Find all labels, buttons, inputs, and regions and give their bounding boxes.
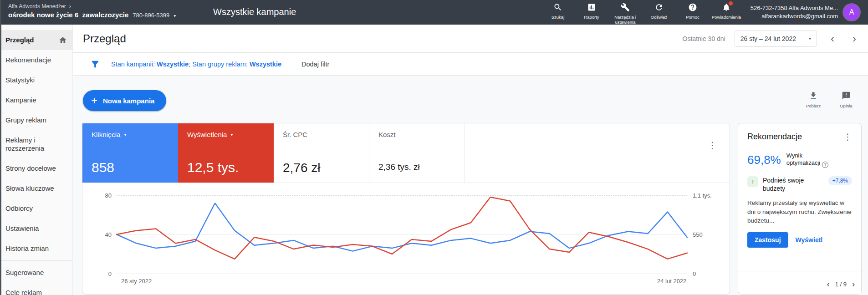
- sidebar-item-kampanie[interactable]: Kampanie: [0, 90, 72, 110]
- search-button[interactable]: Szukaj: [541, 3, 575, 25]
- breadcrumb-chevron-icon: ›: [69, 3, 71, 10]
- pagination-next-button[interactable]: ›: [852, 280, 855, 288]
- avatar[interactable]: A: [843, 4, 860, 20]
- sidebar-item-label: Statystyki: [5, 76, 35, 84]
- date-range-caret-icon: ▾: [809, 36, 811, 41]
- tools-settings-button[interactable]: Narzędzia i ustawienia: [608, 3, 642, 25]
- filter-value-2: Wszystkie: [250, 61, 281, 68]
- page-header: Przegląd Ostatnie 30 dni 26 sty – 24 lut…: [73, 25, 868, 53]
- plus-icon: +: [91, 95, 97, 106]
- metric-tab-sr-cpc[interactable]: Śr. CPC 2,76 zł: [274, 123, 369, 183]
- sidebar-item-label: Odbiorcy: [5, 204, 33, 213]
- gridline-baseline: [117, 274, 687, 274]
- sidebar-item-ustawienia[interactable]: Ustawienia: [0, 219, 72, 239]
- feedback-label: Opinia: [840, 103, 852, 108]
- recommendations-card: Rekomendacje ⋮ 69,8% Wynik optymalizacji…: [738, 123, 862, 295]
- search-label: Szukaj: [551, 15, 565, 20]
- metric-label: Wyświetlenia: [187, 131, 227, 138]
- download-icon: [809, 91, 818, 102]
- metric-value: 12,5 tys.: [187, 160, 265, 175]
- metric-tab-koszt[interactable]: Koszt 2,36 tys. zł: [369, 123, 465, 183]
- recommendation-item-title: Podnieś swoje budżety: [763, 176, 824, 193]
- view-button[interactable]: Wyświetl: [796, 236, 823, 244]
- account-name[interactable]: ośrodek nowe życie 6_zawalczozycie: [8, 11, 128, 19]
- filter-icon[interactable]: [90, 59, 100, 69]
- performance-card: Kliknięcia▾ 858 Wyświetlenia▾ 12,5 tys. …: [82, 123, 730, 295]
- pagination-prev-button[interactable]: ‹: [827, 280, 830, 288]
- date-prev-button[interactable]: ‹: [826, 33, 839, 44]
- user-account-info[interactable]: 526-732-7358 Alfa Adwords Me... alfarank…: [728, 4, 838, 20]
- topbar-actions: Szukaj Raporty Narzędzia i ustawienia Od…: [541, 3, 743, 25]
- date-next-button[interactable]: ›: [848, 33, 861, 44]
- sidebar-item-strony-docelowe[interactable]: Strony docelowe: [0, 158, 72, 178]
- sidebar-item-label: Grupy reklam: [5, 116, 46, 124]
- download-button[interactable]: Pobierz: [806, 91, 821, 108]
- sidebar-item-slowa-kluczowe[interactable]: Słowa kluczowe: [0, 178, 72, 198]
- filter-bar: Stan kampanii: Wszystkie; Stan grupy rek…: [73, 53, 868, 76]
- new-campaign-button[interactable]: + Nowa kampania: [83, 90, 166, 111]
- metric-tab-kliknięcia[interactable]: Kliknięcia▾ 858: [82, 123, 178, 183]
- sidebar-item-label: Przegląd: [5, 36, 34, 44]
- add-filter-button[interactable]: Dodaj filtr: [301, 61, 329, 68]
- performance-chart: 80 40 0 1,1 tys. 550 0 26 sty 2022 24 lu…: [82, 183, 730, 294]
- sidebar-section-sugerowane[interactable]: Sugerowane: [0, 263, 72, 283]
- info-icon[interactable]: ?: [822, 162, 828, 168]
- sidebar-item-reklamy-i-rozszerzenia[interactable]: Reklamy i rozszerzenia: [0, 130, 72, 158]
- score-label-line2: optymalizacji: [786, 159, 820, 166]
- sidebar-item-label: Ustawienia: [5, 224, 39, 233]
- sidebar-item-label: Cele reklam: [5, 289, 42, 295]
- chart-card-menu-button[interactable]: ⋮: [708, 140, 717, 151]
- recommendations-pagination: ‹ 1 / 9 ›: [827, 280, 855, 288]
- metric-value: 2,76 zł: [283, 161, 360, 175]
- optimization-score: 69,8% Wynik optymalizacji?: [747, 152, 852, 168]
- account-caret-icon: ▾: [174, 13, 176, 18]
- refresh-button[interactable]: Odśwież: [642, 3, 676, 25]
- sidebar-item-przeglad[interactable]: Przegląd: [0, 30, 72, 50]
- sidebar-item-historia-zmian[interactable]: Historia zmian: [0, 239, 72, 259]
- sidebar-item-cele-reklam[interactable]: Cele reklam: [0, 283, 72, 295]
- main-area: Przegląd Ostatnie 30 dni 26 sty – 24 lut…: [73, 25, 868, 295]
- pagination-indicator: 1 / 9: [835, 281, 847, 288]
- sidebar-item-label: Historia zmian: [5, 244, 49, 253]
- filter-label-2: Stan grupy reklam:: [192, 61, 250, 68]
- apply-button[interactable]: Zastosuj: [747, 232, 788, 248]
- sidebar-item-label: Rekomendacje: [5, 56, 51, 64]
- metric-value: 2,36 tys. zł: [378, 162, 455, 175]
- recommendations-title: Rekomendacje: [747, 132, 802, 142]
- reports-button[interactable]: Raporty: [575, 3, 608, 25]
- account-switcher[interactable]: Alfa Adwords Menedżer › ośrodek nowe życ…: [8, 3, 176, 19]
- sidebar-item-statystyki[interactable]: Statystyki: [0, 70, 72, 90]
- metric-tab-wyswietlenia[interactable]: Wyświetlenia▾ 12,5 tys.: [178, 123, 274, 183]
- overview-content: + Nowa kampania Pobierz Opinia Kliknięci…: [73, 76, 868, 295]
- caret-down-icon: ▾: [124, 132, 126, 137]
- breadcrumb-root[interactable]: Alfa Adwords Menedżer: [8, 3, 66, 10]
- user-account-email: alfarankadwords@gmail.com: [728, 12, 838, 20]
- optimization-score-value: 69,8%: [747, 153, 781, 167]
- account-id: 780-896-5399: [133, 12, 169, 19]
- metric-label: Kliknięcia: [92, 131, 120, 138]
- help-label: Pomoc: [686, 15, 700, 20]
- active-filters[interactable]: Stan kampanii: Wszystkie; Stan grupy rek…: [111, 61, 281, 68]
- recommendations-menu-button[interactable]: ⋮: [843, 132, 852, 142]
- score-label-line1: Wynik: [786, 152, 802, 159]
- recommendation-description: Reklamy przestały się wyświetlać w dni o…: [747, 198, 852, 225]
- help-button[interactable]: Pomoc: [676, 3, 710, 25]
- sidebar-item-rekomendacje[interactable]: Rekomendacje: [0, 50, 72, 70]
- sidebar-item-grupy-reklam[interactable]: Grupy reklam: [0, 110, 72, 130]
- help-icon: [688, 3, 697, 14]
- tools-settings-label: Narzędzia i ustawienia: [608, 15, 642, 25]
- date-range-picker[interactable]: 26 sty – 24 lut 2022 ▾: [735, 31, 817, 47]
- download-label: Pobierz: [806, 103, 821, 108]
- topbar: Alfa Adwords Menedżer › ośrodek nowe życ…: [0, 0, 868, 25]
- raise-budgets-icon: ↑: [747, 176, 758, 187]
- sidebar-divider: [0, 260, 72, 261]
- chart-plot-area: [117, 195, 687, 274]
- date-range-hint: Ostatnie 30 dni: [683, 35, 725, 42]
- feedback-button[interactable]: Opinia: [840, 91, 852, 108]
- sidebar-item-label: Słowa kluczowe: [5, 184, 54, 193]
- sidebar: Przegląd Rekomendacje Statystyki Kampani…: [0, 25, 73, 295]
- sidebar-item-label: Strony docelowe: [5, 164, 56, 173]
- sidebar-item-odbiorcy[interactable]: Odbiorcy: [0, 198, 72, 219]
- right-axis-tick: 550: [693, 231, 703, 238]
- metric-value: 858: [92, 160, 169, 175]
